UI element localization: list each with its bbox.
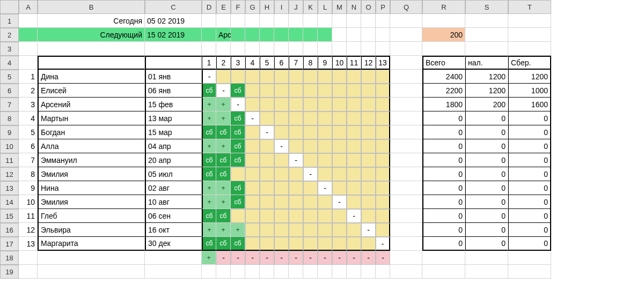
num-header[interactable]: 7	[289, 56, 303, 70]
summary-mark[interactable]: +	[202, 251, 216, 265]
col-header[interactable]: H	[260, 0, 274, 14]
mark-cell[interactable]	[303, 70, 318, 84]
cell[interactable]	[231, 42, 245, 56]
person-date[interactable]: 05 июл	[145, 167, 202, 181]
next-label[interactable]: Следующий	[38, 28, 145, 42]
cell[interactable]	[465, 265, 508, 279]
num-header[interactable]: 10	[332, 56, 347, 70]
cell[interactable]	[347, 14, 361, 28]
total-t[interactable]: 0	[508, 111, 551, 125]
total-t[interactable]: 1600	[508, 98, 551, 111]
mark-cell[interactable]	[318, 70, 332, 84]
mark-cell[interactable]	[274, 111, 289, 125]
mark-cell[interactable]	[347, 84, 361, 98]
cell[interactable]	[361, 42, 376, 56]
num-header[interactable]: 9	[318, 56, 332, 70]
mark-cell[interactable]: +	[216, 111, 231, 125]
mark-cell[interactable]: +	[216, 195, 231, 209]
mark-cell[interactable]: -	[318, 181, 332, 195]
mark-cell[interactable]	[289, 237, 303, 251]
mark-cell[interactable]	[347, 139, 361, 153]
mark-cell[interactable]	[245, 181, 260, 195]
total-s[interactable]: 1200	[465, 84, 508, 98]
mark-cell[interactable]	[347, 153, 361, 167]
cell[interactable]	[19, 42, 38, 56]
person-num[interactable]: 9	[19, 181, 38, 195]
cell[interactable]	[289, 14, 303, 28]
mark-cell[interactable]	[231, 70, 245, 84]
mark-cell[interactable]	[332, 181, 347, 195]
amount-value[interactable]: 200	[422, 28, 465, 42]
total-t[interactable]: 0	[508, 195, 551, 209]
mark-cell[interactable]: сб	[231, 153, 245, 167]
cell[interactable]	[390, 153, 422, 167]
cell[interactable]	[245, 14, 260, 28]
mark-cell[interactable]	[361, 167, 376, 181]
mark-cell[interactable]: +	[202, 111, 216, 125]
cell[interactable]	[508, 265, 551, 279]
mark-cell[interactable]	[303, 195, 318, 209]
cell[interactable]	[332, 42, 347, 56]
person-num[interactable]: 8	[19, 167, 38, 181]
summary-mark[interactable]: -	[376, 251, 390, 265]
col-header[interactable]: D	[202, 0, 216, 14]
total-t[interactable]: 0	[508, 223, 551, 237]
mark-cell[interactable]	[289, 223, 303, 237]
cell[interactable]	[361, 28, 376, 42]
mark-cell[interactable]	[274, 181, 289, 195]
num-header[interactable]: 12	[361, 56, 376, 70]
mark-cell[interactable]	[303, 181, 318, 195]
total-r[interactable]: 0	[422, 181, 465, 195]
summary-mark[interactable]: -	[231, 251, 245, 265]
cell[interactable]	[289, 28, 303, 42]
total-r[interactable]: 0	[422, 223, 465, 237]
cell[interactable]	[303, 14, 318, 28]
mark-cell[interactable]	[274, 98, 289, 111]
mark-cell[interactable]	[347, 70, 361, 84]
totals-header-r[interactable]: Всего	[422, 56, 465, 70]
cell[interactable]	[38, 42, 145, 56]
cell[interactable]	[465, 14, 508, 28]
cell[interactable]	[289, 265, 303, 279]
mark-cell[interactable]	[376, 195, 390, 209]
summary-mark[interactable]: -	[289, 251, 303, 265]
mark-cell[interactable]	[260, 195, 274, 209]
mark-cell[interactable]	[376, 70, 390, 84]
mark-cell[interactable]	[260, 223, 274, 237]
cell[interactable]	[231, 28, 245, 42]
row-header[interactable]: 15	[0, 209, 19, 223]
total-s[interactable]: 1200	[465, 70, 508, 84]
mark-cell[interactable]	[274, 125, 289, 139]
mark-cell[interactable]	[376, 84, 390, 98]
total-r[interactable]: 0	[422, 111, 465, 125]
row-header[interactable]: 8	[0, 111, 19, 125]
mark-cell[interactable]: сб	[202, 84, 216, 98]
total-s[interactable]: 200	[465, 98, 508, 111]
cell[interactable]	[19, 14, 38, 28]
mark-cell[interactable]	[361, 237, 376, 251]
person-date[interactable]: 16 окт	[145, 223, 202, 237]
total-t[interactable]: 1200	[508, 70, 551, 84]
mark-cell[interactable]	[376, 153, 390, 167]
person-date[interactable]: 06 сен	[145, 209, 202, 223]
cell[interactable]	[390, 209, 422, 223]
cell[interactable]	[361, 265, 376, 279]
mark-cell[interactable]	[347, 181, 361, 195]
total-t[interactable]: 0	[508, 181, 551, 195]
mark-cell[interactable]: -	[245, 111, 260, 125]
total-r[interactable]: 2200	[422, 84, 465, 98]
mark-cell[interactable]	[260, 237, 274, 251]
mark-cell[interactable]: сб	[231, 237, 245, 251]
cell[interactable]	[145, 251, 202, 265]
mark-cell[interactable]	[303, 125, 318, 139]
mark-cell[interactable]: -	[231, 98, 245, 111]
mark-cell[interactable]	[332, 70, 347, 84]
mark-cell[interactable]	[274, 70, 289, 84]
mark-cell[interactable]	[332, 125, 347, 139]
cell[interactable]	[19, 56, 38, 70]
cell[interactable]	[274, 265, 289, 279]
cell[interactable]	[231, 265, 245, 279]
person-num[interactable]: 1	[19, 70, 38, 84]
person-num[interactable]: 10	[19, 195, 38, 209]
mark-cell[interactable]	[303, 209, 318, 223]
